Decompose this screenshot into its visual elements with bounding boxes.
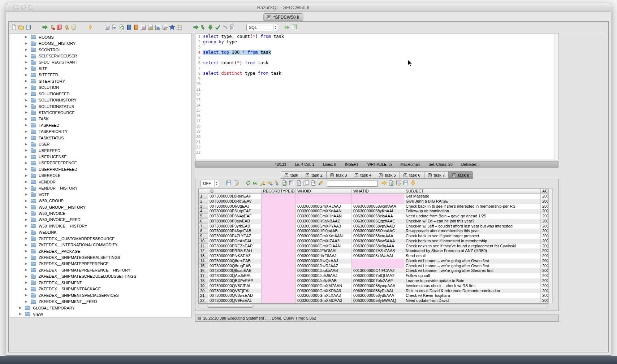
- cell-id[interactable]: 00T3000000PREZaEAP: [208, 244, 262, 249]
- editor-line[interactable]: 10: [195, 81, 558, 87]
- cell-recordtypeid[interactable]: [262, 289, 296, 294]
- disclosure-triangle-icon[interactable]: ▶: [25, 42, 28, 45]
- cell-recordtypeid[interactable]: [262, 254, 296, 259]
- cell-whatid[interactable]: 006300000058wgmAAA: [352, 204, 404, 209]
- cell-subject[interactable]: Check nexis to see if they've found a re…: [404, 244, 541, 249]
- editor-line[interactable]: 3: [195, 44, 558, 50]
- tree-item-staticresource[interactable]: ▶STATICRESOURCE: [9, 109, 191, 116]
- database-icon[interactable]: [70, 24, 77, 31]
- row-number-cell[interactable]: 15: [199, 264, 208, 269]
- cell-subject[interactable]: Get Massage: [404, 194, 541, 199]
- column-header-whoid[interactable]: WHOID: [296, 189, 352, 194]
- tree-item-selfserviceuser[interactable]: ▶SELFSERVICEUSER: [9, 53, 191, 59]
- describe-icon[interactable]: [288, 179, 295, 187]
- swap-icon[interactable]: [199, 24, 207, 31]
- zoom-window-icon[interactable]: [29, 5, 33, 10]
- cell-subject[interactable]: Leanne to provide update to Bain: [404, 278, 541, 283]
- editor-line[interactable]: 23: [195, 150, 558, 155]
- editor-line[interactable]: 4select top 100 * from task: [195, 50, 558, 55]
- notes-icon[interactable]: [395, 179, 402, 187]
- disclosure-triangle-icon[interactable]: ▶: [25, 268, 28, 272]
- table-row[interactable]: 1400T3000000Q8rexEAB0033000000JbvQzAAJCh…: [199, 259, 548, 264]
- cell-id[interactable]: 00T3000000POeAnEAL: [208, 239, 262, 244]
- cell-id[interactable]: 00T3000000OiyJgEAJ: [208, 204, 262, 209]
- result-tab-task-3[interactable]: ✕task 3: [327, 171, 351, 179]
- cell-whatid[interactable]: 00630000005S0bnAAC: [352, 229, 404, 234]
- view-text-icon[interactable]: 66: [252, 179, 259, 187]
- cell-whoid[interactable]: 0033000000GmXHnAAN: [296, 214, 352, 219]
- disclosure-triangle-icon[interactable]: ▶: [25, 275, 28, 278]
- tree-item-userprofilefeed[interactable]: ▶USERPROFILEFEED: [9, 166, 191, 172]
- cell-id[interactable]: 00T3000000PfvKSEAZ: [208, 254, 262, 259]
- schema-list-icon[interactable]: [139, 24, 147, 31]
- tab-close-icon[interactable]: ✕: [379, 173, 383, 177]
- disclosure-triangle-icon[interactable]: ▶: [25, 79, 28, 83]
- disclosure-triangle-icon[interactable]: ▶: [25, 287, 28, 291]
- disclosure-triangle-icon[interactable]: ▶: [25, 86, 28, 89]
- cell-subject[interactable]: Check back to see if good target prospec…: [404, 234, 541, 239]
- cell-whoid[interactable]: 0033000000Ju9zlAAB: [296, 278, 352, 283]
- cell-subject[interactable]: Need update from David: [404, 298, 541, 303]
- edit-filter-icon[interactable]: [232, 179, 240, 187]
- cell-recordtypeid[interactable]: [262, 214, 296, 219]
- cell-recordtypeid[interactable]: [262, 293, 296, 298]
- tree-item-sitehistory[interactable]: ▶SITEHISTORY: [9, 78, 191, 84]
- result-tab-task-2[interactable]: ✕task 2: [302, 171, 327, 179]
- table-row[interactable]: 900T3000000P47LYEAZ0033000000GmXKmAAN006…: [199, 234, 548, 239]
- cell-id[interactable]: 00T3000000PRR8rEAH: [208, 248, 262, 254]
- cell-recordtypeid[interactable]: [262, 204, 296, 209]
- cell-id[interactable]: 00T3000000QV9FaEAL: [208, 298, 262, 303]
- table-row[interactable]: 1900T3000000QV8CfEAL0033000000GmXM7AAN00…: [199, 283, 548, 289]
- result-tab-task-7[interactable]: ✕task 7: [424, 171, 449, 179]
- table-row[interactable]: 200T3000000L0RqSEAVGive Jenn a BIG RAISE…: [199, 199, 548, 204]
- disclosure-triangle-icon[interactable]: ▶: [25, 180, 28, 183]
- tab-close-icon[interactable]: ✕: [355, 173, 358, 177]
- disclosure-triangle-icon[interactable]: ▶: [25, 55, 28, 58]
- cell-whoid[interactable]: 0033000000JbvQzAAJ: [296, 259, 352, 264]
- editor-vscrollbar[interactable]: [554, 34, 558, 160]
- cell-whatid[interactable]: [352, 259, 404, 264]
- cell-ac[interactable]: 200: [541, 264, 548, 269]
- disclosure-triangle-icon[interactable]: ▶: [25, 35, 28, 39]
- disclosure-triangle-icon[interactable]: ▶: [25, 124, 28, 127]
- refresh-results-icon[interactable]: [281, 179, 288, 187]
- table-row[interactable]: 2200T3000000QV9FaEAL0033000000GmXMDAA300…: [199, 298, 548, 303]
- tree-item-zkfedex__internationalcommodity[interactable]: ▶ZKFEDEX__INTERNATIONALCOMMODITY: [9, 242, 191, 248]
- compare-list-icon[interactable]: [154, 24, 161, 31]
- edit-mode-icon[interactable]: [259, 179, 266, 187]
- result-tab-task-4[interactable]: ✕task 4: [351, 171, 376, 179]
- favorites-icon[interactable]: [168, 24, 176, 31]
- disclosure-triangle-icon[interactable]: ▶: [25, 67, 28, 70]
- docs-book-icon[interactable]: [132, 24, 139, 31]
- tab-close-icon[interactable]: ✕: [267, 15, 271, 19]
- cell-recordtypeid[interactable]: [262, 194, 296, 199]
- cell-whoid[interactable]: 0033000000GmXIZAA3: [296, 239, 352, 244]
- cell-recordtypeid[interactable]: [262, 259, 296, 264]
- results-grid[interactable]: IDRECORDTYPEIDWHOIDWHATIDSUBJECTAC100T30…: [198, 188, 548, 304]
- cell-subject[interactable]: Check back to see if interested in membe…: [404, 239, 541, 244]
- download-icon[interactable]: [409, 179, 417, 187]
- cell-ac[interactable]: 200: [541, 248, 548, 254]
- cell-recordtypeid[interactable]: [262, 239, 296, 244]
- cell-whoid[interactable]: 0033000000Ju9J9AAJ: [296, 273, 352, 278]
- cell-recordtypeid[interactable]: [262, 229, 296, 234]
- pane-resize-handle[interactable]: ⌃: [377, 168, 380, 170]
- row-number-cell[interactable]: 20: [199, 289, 208, 294]
- disclosure-triangle-icon[interactable]: ▶: [25, 212, 28, 215]
- disclosure-triangle-icon[interactable]: ▶: [25, 174, 28, 177]
- tab-close-icon[interactable]: ✕: [285, 173, 288, 177]
- tree-item-rooms__history[interactable]: ▶ROOMS__HISTORY: [9, 40, 191, 46]
- cell-whatid[interactable]: 006300000058x9qAAA: [352, 244, 404, 249]
- cell-ac[interactable]: 200: [541, 289, 548, 294]
- tree-item-solutionstatus[interactable]: ▶SOLUTIONSTATUS: [9, 103, 191, 109]
- tree-item-site[interactable]: ▶SITE: [9, 65, 191, 72]
- cell-id[interactable]: 00T3000000QBXPeEAP: [208, 278, 262, 283]
- format-icon[interactable]: 66: [283, 23, 290, 30]
- grid-hscrollbar[interactable]: [198, 304, 548, 308]
- table-row[interactable]: 700T3000000P3yrbEAB0033000000GmXPYAA3006…: [199, 224, 548, 229]
- row-number-cell[interactable]: 2: [199, 199, 208, 204]
- disclosure-triangle-icon[interactable]: ▶: [25, 224, 28, 228]
- disclosure-triangle-icon[interactable]: ▶: [25, 149, 28, 152]
- cell-whatid[interactable]: 006300000058ypVAAQ: [352, 224, 404, 229]
- cell-recordtypeid[interactable]: [262, 283, 296, 289]
